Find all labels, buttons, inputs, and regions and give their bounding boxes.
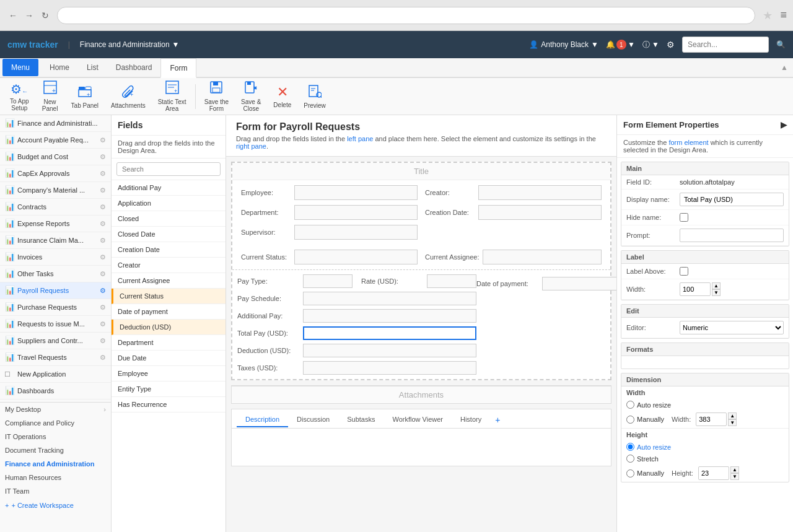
to-app-setup-button[interactable]: ⚙← To AppSetup	[5, 79, 34, 114]
gear-icon-3[interactable]: ⚙	[100, 153, 106, 161]
width-manually-radio[interactable]	[626, 416, 634, 424]
sidebar-item-company-material[interactable]: 📊 Company's Material ... ⚙	[0, 182, 111, 199]
width-down-button[interactable]: ▼	[728, 419, 737, 426]
gear-icon-13[interactable]: ⚙	[100, 320, 106, 328]
notifications-button[interactable]: 🔔 1 ▼	[606, 40, 635, 50]
dashboard-tab[interactable]: Dashboard	[107, 58, 161, 77]
additional-pay-input[interactable]	[303, 309, 476, 323]
sidebar-nav-hr[interactable]: Human Resources	[0, 471, 111, 484]
label-width-down-button[interactable]: ▼	[712, 289, 721, 296]
sidebar-item-suppliers[interactable]: 📊 Suppliers and Contr... ⚙	[0, 333, 111, 349]
gear-icon-10[interactable]: ⚙	[100, 270, 106, 278]
back-button[interactable]: ←	[6, 9, 20, 22]
date-payment-input[interactable]	[542, 277, 616, 290]
header-search-input[interactable]	[682, 37, 769, 53]
tab-panel-button[interactable]: + Tab Panel	[66, 82, 103, 111]
new-panel-button[interactable]: + NewPanel	[37, 78, 64, 115]
gear-icon-14[interactable]: ⚙	[100, 337, 106, 345]
refresh-button[interactable]: ↻	[38, 9, 52, 22]
field-item-closed-date[interactable]: Closed Date	[112, 227, 226, 242]
field-item-application[interactable]: Application	[112, 196, 226, 211]
help-button[interactable]: ⓘ ▼	[642, 40, 659, 50]
current-status-input[interactable]	[294, 250, 418, 264]
width-auto-resize-radio[interactable]	[626, 401, 634, 409]
sidebar-item-finance-admin[interactable]: 📊 Finance and Administrati...	[0, 115, 111, 132]
label-width-up-button[interactable]: ▲	[712, 282, 721, 289]
bookmark-icon[interactable]: ★	[763, 9, 773, 22]
create-workspace-button[interactable]: + + Create Workspace	[0, 498, 111, 513]
field-item-current-assignee[interactable]: Current Assignee	[112, 273, 226, 289]
settings-button[interactable]: ⚙	[667, 40, 675, 50]
save-the-form-button[interactable]: Save theForm	[199, 78, 234, 115]
add-tab-button[interactable]: +	[490, 412, 505, 428]
sidebar-item-new-app[interactable]: □ New Application	[0, 366, 111, 383]
tab-subtasks[interactable]: Subtasks	[338, 412, 383, 427]
field-item-deduction[interactable]: Deduction (USD)	[112, 320, 226, 335]
taxes-input[interactable]	[303, 361, 476, 375]
workspace-selector[interactable]: Finance and Administration ▼	[80, 40, 180, 49]
gear-icon-9[interactable]: ⚙	[100, 253, 106, 261]
gear-icon-8[interactable]: ⚙	[100, 237, 106, 245]
gear-icon-6[interactable]: ⚙	[100, 203, 106, 211]
menu-tab[interactable]: Menu	[2, 59, 38, 76]
editor-select[interactable]: Numeric	[680, 321, 784, 334]
forward-button[interactable]: →	[22, 9, 36, 22]
form-tab[interactable]: Form	[160, 58, 196, 78]
field-item-additional-pay[interactable]: Additional Pay	[112, 180, 226, 196]
home-tab[interactable]: Home	[41, 58, 78, 77]
creation-date-input[interactable]	[478, 205, 602, 220]
list-tab[interactable]: List	[78, 58, 107, 77]
height-auto-resize-radio[interactable]	[626, 443, 634, 451]
sidebar-nav-my-desktop[interactable]: My Desktop ›	[0, 403, 111, 416]
gear-icon-4[interactable]: ⚙	[100, 170, 106, 178]
address-bar[interactable]	[57, 7, 755, 24]
sidebar-item-account-payable[interactable]: 📊 Account Payable Req... ⚙	[0, 132, 111, 149]
sidebar-item-dashboards[interactable]: 📊 Dashboards	[0, 383, 111, 399]
gear-icon-2[interactable]: ⚙	[100, 136, 106, 144]
sidebar-item-purchase[interactable]: 📊 Purchase Requests ⚙	[0, 299, 111, 316]
rate-input[interactable]	[427, 274, 476, 288]
tab-description[interactable]: Description	[237, 412, 288, 427]
browser-menu-icon[interactable]: ≡	[780, 9, 787, 22]
field-item-closed[interactable]: Closed	[112, 211, 226, 227]
sidebar-item-insurance[interactable]: 📊 Insurance Claim Ma... ⚙	[0, 232, 111, 249]
field-item-employee[interactable]: Employee	[112, 366, 226, 382]
sidebar-item-requests-issue[interactable]: 📊 Requests to issue M... ⚙	[0, 316, 111, 333]
tab-discussion[interactable]: Discussion	[288, 412, 338, 427]
label-above-checkbox[interactable]	[680, 267, 688, 276]
employee-input[interactable]	[294, 185, 418, 200]
gear-icon-12[interactable]: ⚙	[100, 303, 106, 312]
delete-button[interactable]: ✕ Delete	[268, 82, 296, 111]
sidebar-item-budget[interactable]: 📊 Budget and Cost ⚙	[0, 149, 111, 165]
width-up-button[interactable]: ▲	[728, 412, 737, 419]
current-assignee-input[interactable]	[483, 250, 602, 264]
display-name-input[interactable]	[680, 193, 784, 206]
collapse-icon[interactable]: ▶	[781, 120, 787, 129]
sidebar-item-contracts[interactable]: 📊 Contracts ⚙	[0, 199, 111, 216]
department-input[interactable]	[294, 205, 418, 220]
field-item-creator[interactable]: Creator	[112, 258, 226, 273]
sidebar-item-travel[interactable]: 📊 Travel Requests ⚙	[0, 349, 111, 366]
height-down-button[interactable]: ▼	[730, 473, 739, 480]
sidebar-item-invoices[interactable]: 📊 Invoices ⚙	[0, 249, 111, 266]
fields-search-input[interactable]	[116, 162, 221, 176]
gear-icon-7[interactable]: ⚙	[100, 220, 106, 228]
field-item-has-recurrence[interactable]: Has Recurrence	[112, 397, 226, 412]
field-item-entity-type[interactable]: Entity Type	[112, 382, 226, 397]
user-info[interactable]: 👤 Anthony Black ▼	[529, 40, 598, 49]
field-item-creation-date[interactable]: Creation Date	[112, 242, 226, 258]
preview-button[interactable]: Preview	[299, 82, 331, 111]
sidebar-item-expense[interactable]: 📊 Expense Reports ⚙	[0, 216, 111, 232]
sidebar-item-other-tasks[interactable]: 📊 Other Tasks ⚙	[0, 266, 111, 282]
attachments-button[interactable]: + Attachments	[106, 82, 151, 111]
sidebar-nav-finance[interactable]: Finance and Administration	[0, 457, 111, 471]
label-width-input[interactable]	[680, 282, 711, 296]
creator-input[interactable]	[478, 185, 602, 200]
collapse-button[interactable]: ▲	[776, 61, 793, 74]
gear-icon-5[interactable]: ⚙	[100, 186, 106, 194]
field-item-date-of-payment[interactable]: Date of payment	[112, 304, 226, 320]
height-input[interactable]	[698, 466, 729, 480]
total-pay-input[interactable]	[303, 326, 476, 340]
tab-history[interactable]: History	[452, 412, 490, 427]
search-icon[interactable]: 🔍	[776, 40, 786, 49]
